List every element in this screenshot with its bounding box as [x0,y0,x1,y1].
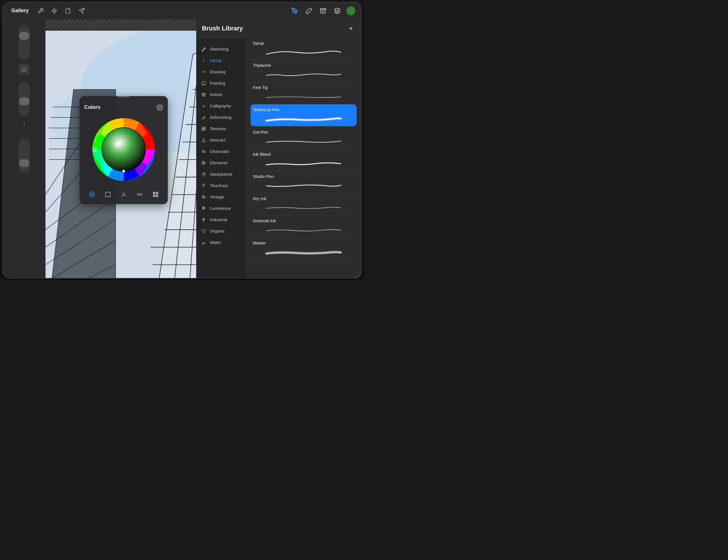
sketching-icon [201,46,206,52]
top-bar: Gallery [3,2,361,19]
palettes-tab[interactable] [150,189,161,200]
dots-indicator[interactable] [22,121,26,132]
brush-studio-pen[interactable]: Studio Pen [251,171,357,193]
square-tab[interactable] [103,189,113,200]
svg-rect-96 [204,127,205,129]
brush-thylacine[interactable]: Thylacine [251,60,357,82]
svg-marker-99 [202,139,205,142]
category-touchups[interactable]: Touchups [196,180,246,191]
brush-ink-bleed[interactable]: Ink Bleed [251,149,357,171]
eraser-tool-icon[interactable] [318,6,328,16]
painting-label: Painting [210,81,225,86]
colors-close-button[interactable]: × [156,104,163,111]
opacity-thumb[interactable] [19,97,29,105]
category-calligraphy[interactable]: a Calligraphy [196,100,246,112]
third-slider[interactable] [18,139,30,173]
artistic-icon [201,92,206,98]
category-painting[interactable]: Painting [196,78,246,89]
category-industrial[interactable]: Industrial [196,214,246,226]
charcoals-label: Charcoals [210,149,229,154]
category-artistic[interactable]: Artistic [196,89,246,100]
colors-header: Colors × [80,100,168,113]
svg-rect-97 [202,129,203,131]
svg-marker-114 [202,219,205,222]
svg-marker-0 [52,8,57,13]
sidebar-square-btn[interactable] [18,64,30,75]
svg-rect-98 [204,129,205,131]
category-drawing[interactable]: Drawing [196,66,246,78]
brush-gesinski-ink[interactable]: Gesinski Ink [251,216,357,238]
svg-point-3 [294,10,295,11]
brush-syrup[interactable]: Syrup [251,38,357,60]
category-elements[interactable]: Elements [196,157,246,169]
hatch-strip [45,19,196,31]
disc-tab[interactable] [87,189,97,200]
touchups-label: Touchups [210,183,228,188]
brush-gel-pen[interactable]: Gel Pen [251,127,357,149]
drawing-label: Drawing [210,69,226,74]
gallery-button[interactable]: Gallery [9,6,32,15]
brush-dry-ink[interactable]: Dry Ink [251,193,357,216]
water-icon [201,240,206,245]
svg-point-9 [24,126,25,127]
color-wheel[interactable] [90,115,158,184]
brush-thylacine-name: Thylacine [253,63,354,68]
brush-fine-tip[interactable]: Fine Tip [251,82,357,104]
brush-marker-name: Marker [253,241,354,245]
opacity-slider[interactable] [18,82,30,116]
organic-icon [201,228,206,234]
brush-technical-pen[interactable]: Technical Pen [251,104,357,126]
colors-title: Colors [84,104,100,110]
wrench-icon[interactable] [36,6,45,15]
third-thumb[interactable] [19,159,29,167]
active-color-dot[interactable] [346,6,355,15]
brush-marker-preview [253,248,354,257]
brush-marker[interactable]: Marker [251,238,357,260]
top-bar-left: Gallery [9,6,86,15]
gradient-tab[interactable] [135,189,145,200]
category-airbrushing[interactable]: Airbrushing [196,112,246,123]
brush-studio-pen-name: Studio Pen [253,174,354,179]
water-label: Water [210,240,221,245]
category-water[interactable]: Water [196,237,246,248]
brush-ink-bleed-name: Ink Bleed [253,152,354,157]
smudge-tool-icon[interactable] [304,6,314,16]
brush-library-panel: Brush Library + Sketching [196,19,361,278]
airbrushing-label: Airbrushing [210,115,231,120]
pen-tool-icon[interactable] [289,6,300,16]
add-brush-button[interactable]: + [346,24,355,33]
brush-size-slider[interactable] [18,25,30,59]
left-sidebar [3,19,45,278]
svg-rect-127 [153,192,155,194]
category-charcoals[interactable]: Charcoals [196,146,246,157]
category-vintage[interactable]: Vintage [196,191,246,203]
transform-icon[interactable] [77,6,86,15]
category-spraypaints[interactable]: Spraypaints [196,169,246,180]
brush-library-title: Brush Library [202,25,243,32]
colors-panel: Colors × [80,96,168,204]
elements-label: Elements [210,160,228,165]
brush-gesinski-ink-preview [253,226,354,235]
selection-icon[interactable] [63,6,73,15]
svg-point-108 [204,173,205,174]
brush-syrup-preview [253,48,354,57]
adjustments-icon[interactable] [50,6,59,15]
brush-ink-bleed-preview [253,159,354,168]
calligraphy-label: Calligraphy [210,104,231,108]
layers-icon[interactable] [332,6,342,16]
svg-point-118 [102,128,145,171]
brush-size-thumb[interactable] [19,32,29,40]
category-sketching[interactable]: Sketching [196,44,246,55]
harmony-tab[interactable] [119,189,129,200]
category-abstract[interactable]: Abstract [196,135,246,146]
brush-fine-tip-preview [253,92,354,101]
spraypaints-icon [201,172,206,177]
drag-handle[interactable] [118,96,129,97]
category-inking[interactable]: Inking [196,55,246,66]
brush-list: Syrup Thylacine Fine Tip [246,38,361,278]
category-luminance[interactable]: Luminance [196,203,246,214]
category-textures[interactable]: Textures [196,123,246,135]
brush-dry-ink-name: Dry Ink [253,196,354,201]
category-organic[interactable]: Organic [196,226,246,237]
svg-rect-124 [106,192,110,197]
